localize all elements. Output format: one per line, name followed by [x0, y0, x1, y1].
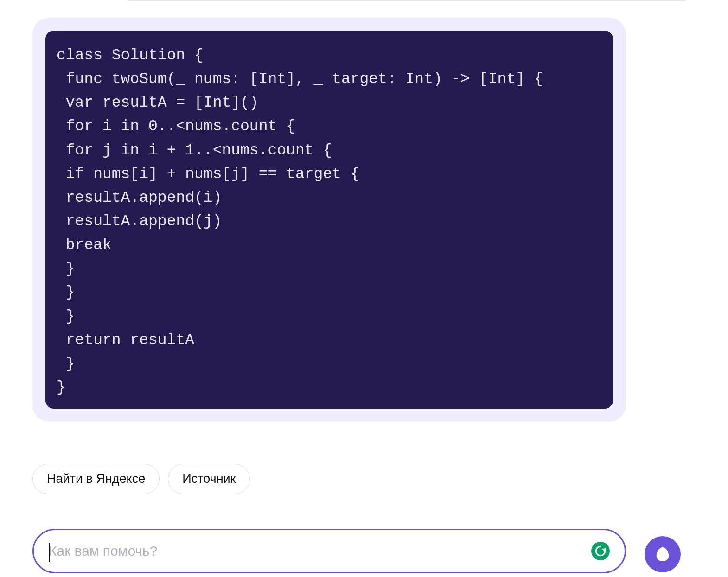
search-box[interactable]	[32, 529, 626, 573]
code-block[interactable]: class Solution { func twoSum(_ nums: [In…	[45, 31, 613, 409]
alice-voice-button[interactable]	[645, 536, 681, 572]
code-content: class Solution { func twoSum(_ nums: [In…	[57, 44, 602, 402]
search-input[interactable]	[49, 543, 586, 559]
text-cursor	[49, 543, 50, 562]
search-yandex-button[interactable]: Найти в Яндексе	[32, 464, 160, 494]
source-button[interactable]: Источник	[168, 464, 250, 494]
input-row	[32, 529, 626, 573]
code-card: class Solution { func twoSum(_ nums: [In…	[32, 18, 626, 422]
grammarly-icon[interactable]	[591, 542, 610, 560]
action-buttons-row: Найти в Яндексе Источник	[32, 464, 250, 494]
divider-line	[128, 0, 686, 1]
